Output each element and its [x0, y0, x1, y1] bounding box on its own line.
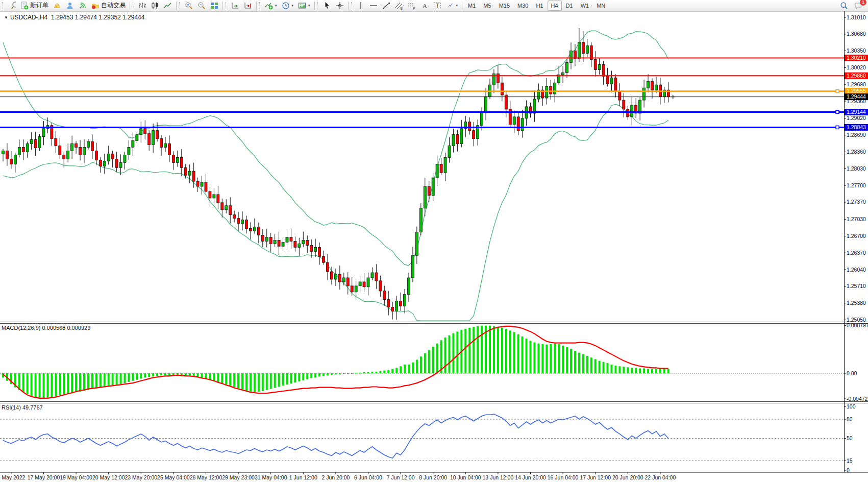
candle-body	[298, 244, 301, 247]
candle-body	[136, 135, 138, 141]
candle-body	[346, 278, 349, 286]
candle-body	[95, 151, 97, 160]
candle-body	[2, 151, 5, 154]
indicators-button[interactable]: ▾	[263, 0, 279, 11]
macd-histogram-bar	[189, 373, 191, 375]
candle-body	[265, 237, 268, 241]
macd-histogram-bar	[371, 372, 373, 373]
candle-body	[513, 117, 515, 125]
trendline-button[interactable]	[380, 0, 392, 11]
crosshair-button[interactable]	[334, 0, 346, 11]
timeframe-m1[interactable]: M1	[464, 1, 479, 11]
macd-histogram-bar	[639, 368, 641, 373]
candle-body	[415, 232, 418, 256]
tile-windows-button[interactable]	[208, 0, 220, 11]
signals-button[interactable]	[77, 0, 89, 11]
candle-body	[221, 203, 224, 210]
notifications-button[interactable]: 1	[852, 0, 864, 11]
macd-histogram-bar	[270, 373, 272, 389]
chart-shift-button[interactable]	[242, 0, 254, 11]
cursor-button[interactable]	[321, 0, 333, 11]
fibonacci-button[interactable]: F	[406, 0, 418, 11]
macd-histogram-bar	[522, 336, 524, 373]
timeframe-m5[interactable]: M5	[480, 1, 494, 11]
candle-body	[566, 62, 568, 73]
macd-histogram-bar	[477, 326, 479, 373]
candle-body	[249, 229, 252, 231]
fibo-icon: F	[408, 2, 416, 10]
svg-text:A: A	[423, 2, 427, 9]
auto-scroll-button[interactable]	[229, 0, 241, 11]
shift-icon	[244, 2, 252, 10]
line-chart-button[interactable]	[162, 0, 174, 11]
hline-icon	[369, 2, 378, 10]
macd-histogram-bar	[375, 372, 377, 373]
macd-histogram-bar	[298, 373, 300, 381]
timeframe-mn[interactable]: MN	[593, 1, 609, 11]
candle-body	[196, 181, 199, 186]
candle-body	[103, 161, 106, 166]
candle-body	[217, 195, 219, 203]
candle-body	[63, 155, 65, 159]
macd-histogram-bar	[647, 369, 649, 373]
gold-icon	[53, 2, 61, 10]
macd-histogram-bar	[83, 373, 85, 391]
bar-chart-button[interactable]	[136, 0, 148, 11]
zoom-in-button[interactable]	[183, 0, 195, 11]
timeframe-h1[interactable]: H1	[532, 1, 547, 11]
macd-histogram-bar	[112, 373, 114, 385]
arrows-button-dropdown-caret[interactable]: ▾	[456, 4, 458, 8]
chart-canvas[interactable]: 1.310101.306801.303501.300201.296901.293…	[0, 11, 868, 482]
candle-body	[172, 155, 175, 162]
gold-chart-button[interactable]	[51, 0, 63, 11]
macd-histogram-bar	[124, 373, 126, 383]
indicators-button-dropdown-caret[interactable]: ▾	[275, 4, 277, 8]
symbol-dropdown-arrow[interactable]: ▼	[4, 15, 8, 20]
periods-button-dropdown-caret[interactable]: ▾	[292, 4, 294, 8]
price-level-label-text: 1.28843	[847, 124, 866, 130]
level-drag-handle[interactable]	[836, 90, 839, 93]
community-button[interactable]	[64, 0, 76, 11]
templates-button-dropdown-caret[interactable]: ▾	[308, 4, 310, 8]
date-label: 13 Jun 12:00	[483, 474, 514, 480]
arrows-button[interactable]: ▾	[444, 0, 460, 11]
text-button[interactable]: A	[418, 0, 431, 11]
macd-histogram-bar	[387, 370, 389, 373]
edge-partial-button[interactable]	[6, 0, 18, 11]
new-order-button[interactable]: 新订单	[18, 0, 51, 11]
periods-button[interactable]: ▾	[280, 0, 296, 11]
date-label: 20 May 12:00	[92, 474, 125, 480]
macd-histogram-bar	[456, 331, 458, 373]
level-drag-handle[interactable]	[836, 126, 839, 129]
horizontal-line-button[interactable]	[367, 0, 380, 11]
timeframe-w1[interactable]: W1	[577, 1, 593, 11]
macd-histogram-bar	[294, 373, 296, 382]
candle-body	[245, 220, 248, 229]
timeframe-m30[interactable]: M30	[514, 1, 532, 11]
date-label: 20 Jun 20:00	[612, 474, 643, 480]
candle-body	[123, 155, 126, 162]
timeframe-h4[interactable]: H4	[548, 1, 562, 11]
search-button[interactable]	[838, 0, 850, 11]
zoom-out-button[interactable]	[195, 0, 208, 11]
vertical-line-button[interactable]	[355, 0, 367, 11]
candle-body	[14, 155, 16, 164]
macd-histogram-bar	[449, 335, 451, 373]
timeframe-d1[interactable]: D1	[562, 1, 577, 11]
macd-histogram-bar	[424, 353, 426, 373]
timeframe-m15[interactable]: M15	[495, 1, 513, 11]
macd-histogram-bar	[489, 326, 491, 373]
macd-histogram-bar	[282, 373, 284, 385]
candle-body	[278, 240, 280, 246]
macd-histogram-bar	[310, 373, 312, 378]
candle-body	[505, 95, 507, 109]
macd-histogram-bar	[607, 363, 609, 373]
autotrade-button[interactable]: 自动交易	[89, 0, 128, 11]
templates-button[interactable]: ▾	[296, 0, 312, 11]
text-label-button[interactable]: T	[431, 0, 443, 11]
candle-body	[71, 144, 73, 151]
macd-histogram-bar	[39, 373, 41, 398]
level-drag-handle[interactable]	[836, 111, 839, 114]
channel-button[interactable]: E	[393, 0, 405, 11]
candlestick-chart-button[interactable]	[149, 0, 161, 11]
